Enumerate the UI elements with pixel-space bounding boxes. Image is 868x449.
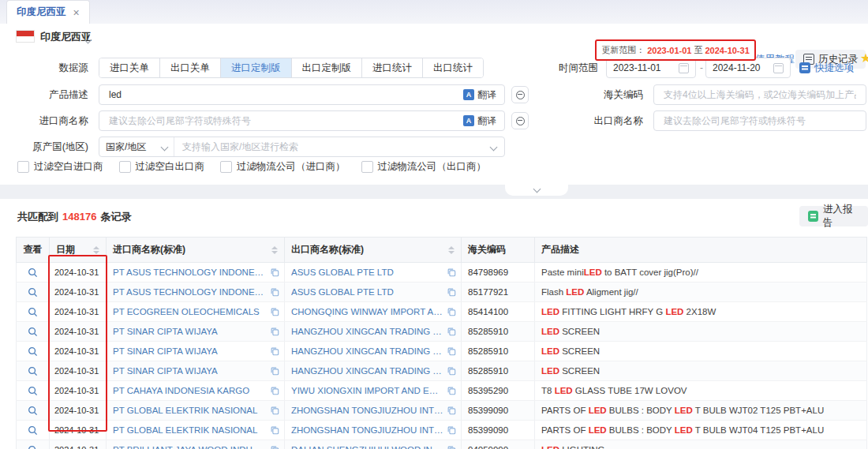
- header-exporter: 出口商名称(标准): [285, 238, 462, 263]
- importer-link[interactable]: PT CAHAYA INDONESIA KARGO: [113, 386, 267, 395]
- exporter-link[interactable]: ASUS GLOBAL PTE LTD: [291, 287, 443, 297]
- view-record-icon[interactable]: [28, 307, 38, 317]
- importer-link[interactable]: PT SINAR CIPTA WIJAYA: [113, 366, 267, 376]
- favorite-star-icon[interactable]: ★: [860, 52, 868, 65]
- checkbox-icon[interactable]: [220, 161, 232, 173]
- view-record-icon[interactable]: [28, 425, 38, 436]
- exporter-link[interactable]: HANGZHOU XINGCAN TRADING CO LTD: [291, 346, 443, 356]
- view-record-icon[interactable]: [28, 445, 38, 449]
- view-record-icon[interactable]: [28, 406, 38, 416]
- exporter-link[interactable]: ZHONGSHAN TONGJIUZHOU INTERNA...: [291, 425, 443, 435]
- results-summary: 共匹配到148176条记录: [17, 210, 131, 224]
- copy-icon[interactable]: [447, 445, 456, 449]
- importer-link[interactable]: PT ECOGREEN OLEOCHEMICALS: [113, 307, 267, 316]
- exporter-link[interactable]: HANGZHOU XINGCAN TRADING CO LTD: [291, 327, 443, 336]
- copy-icon[interactable]: [447, 425, 456, 435]
- copy-icon[interactable]: [447, 366, 456, 376]
- importer-link[interactable]: PT BRILLIANT JAYA WOOD INDUSTRY: [113, 445, 267, 449]
- exporter-link[interactable]: DALIAN SHENGZHIHUI WOOD INDUST...: [291, 445, 443, 449]
- filter-checkbox[interactable]: 过滤空白进口商: [17, 160, 103, 174]
- product-desc-cell: PARTS OF LED BULBS : BODY LED T BULB WJT…: [535, 401, 867, 421]
- copy-icon[interactable]: [447, 406, 456, 415]
- copy-icon[interactable]: [270, 366, 279, 376]
- importer-history-button[interactable]: [511, 112, 529, 129]
- copy-icon[interactable]: [270, 268, 279, 277]
- copy-icon[interactable]: [270, 307, 279, 316]
- header-date: 日期: [50, 238, 107, 263]
- sort-icon[interactable]: [271, 246, 278, 254]
- translate-button[interactable]: 翻译: [463, 88, 496, 102]
- data-source-option[interactable]: 进口定制版: [220, 58, 291, 77]
- view-record-icon[interactable]: [28, 287, 38, 297]
- chevron-down-icon[interactable]: [85, 34, 91, 45]
- data-source-option[interactable]: 进口关单: [99, 58, 159, 77]
- exporter-name-input[interactable]: [662, 114, 858, 127]
- date-cell: 2024-10-31: [50, 342, 107, 361]
- checkbox-icon[interactable]: [119, 161, 131, 173]
- exporter-link[interactable]: CHONGQING WINWAY IMPORT AND E...: [291, 307, 443, 316]
- filter-checkbox[interactable]: 过滤空白出口商: [119, 160, 205, 174]
- copy-icon[interactable]: [447, 268, 456, 277]
- origin-type-select[interactable]: 国家/地区: [99, 137, 174, 156]
- translate-icon: [463, 115, 474, 126]
- product-desc-cell: LED SCREEN: [535, 361, 867, 381]
- quick-options-link[interactable]: 快捷选项: [799, 58, 854, 78]
- copy-icon[interactable]: [447, 346, 456, 356]
- filter-checkbox[interactable]: 过滤物流公司（出口商）: [361, 160, 487, 174]
- sort-icon[interactable]: [448, 246, 455, 254]
- data-source-option[interactable]: 进口统计: [361, 58, 422, 77]
- close-icon[interactable]: ×: [73, 7, 80, 18]
- time-range-label: 时间范围: [511, 58, 598, 78]
- hs-code-input[interactable]: [662, 88, 858, 101]
- product-desc-history-button[interactable]: [511, 86, 529, 103]
- importer-link[interactable]: PT SINAR CIPTA WIJAYA: [113, 346, 267, 356]
- importer-link[interactable]: PT GLOBAL ELEKTRIK NASIONAL: [113, 425, 267, 435]
- view-record-icon[interactable]: [28, 386, 38, 396]
- sort-icon[interactable]: [93, 246, 99, 254]
- copy-icon[interactable]: [447, 307, 456, 316]
- copy-icon[interactable]: [270, 287, 279, 297]
- importer-link[interactable]: PT ASUS TECHNOLOGY INDONESIA BA...: [113, 268, 267, 277]
- collapse-form-button[interactable]: [505, 185, 568, 196]
- copy-icon[interactable]: [270, 346, 279, 356]
- table-row: 2024-10-31PT SINAR CIPTA WIJAYAHANGZHOU …: [17, 342, 867, 361]
- exporter-link[interactable]: ZHONGSHAN TONGJIUZHOU INTERNA...: [291, 406, 443, 415]
- product-desc-input[interactable]: [107, 88, 463, 101]
- results-prefix: 共匹配到: [17, 211, 58, 223]
- copy-icon[interactable]: [447, 287, 456, 297]
- exporter-link[interactable]: YIWU XIONGXIN IMPORT AND EXPORT...: [291, 386, 443, 395]
- origin-search-placeholder: 支持输入国家/地区进行检索: [182, 140, 298, 154]
- importer-link[interactable]: PT SINAR CIPTA WIJAYA: [113, 327, 267, 336]
- data-source-option[interactable]: 出口关单: [159, 58, 220, 77]
- data-source-option[interactable]: 出口定制版: [291, 58, 362, 77]
- copy-icon[interactable]: [447, 327, 456, 336]
- copy-icon[interactable]: [447, 386, 456, 395]
- view-record-icon[interactable]: [28, 366, 38, 376]
- view-record-icon[interactable]: [28, 327, 38, 337]
- importer-link[interactable]: PT ASUS TECHNOLOGY INDONESIA BA...: [113, 287, 267, 297]
- checkbox-icon[interactable]: [361, 161, 373, 173]
- hs-code-cell: 85399090: [462, 421, 535, 440]
- origin-search-input[interactable]: 支持输入国家/地区进行检索: [174, 140, 504, 154]
- copy-icon[interactable]: [270, 406, 279, 415]
- copy-icon[interactable]: [270, 327, 279, 336]
- translate-button[interactable]: 翻译: [463, 114, 496, 128]
- quick-options-label: 快捷选项: [814, 62, 854, 75]
- date-cell: 2024-10-31: [50, 302, 107, 322]
- copy-icon[interactable]: [270, 445, 279, 449]
- enter-report-button[interactable]: 进入报告: [799, 206, 868, 226]
- exporter-link[interactable]: ASUS GLOBAL PTE LTD: [291, 268, 443, 277]
- filter-checkbox[interactable]: 过滤物流公司（进口商）: [220, 160, 346, 174]
- copy-icon[interactable]: [270, 386, 279, 395]
- exporter-link[interactable]: HANGZHOU XINGCAN TRADING CO LTD: [291, 366, 443, 376]
- importer-link[interactable]: PT GLOBAL ELEKTRIK NASIONAL: [113, 406, 267, 415]
- tab-indonesia[interactable]: 印度尼西亚 ×: [6, 0, 90, 24]
- copy-icon[interactable]: [270, 425, 279, 435]
- checkbox-icon[interactable]: [17, 161, 29, 173]
- importer-name-input[interactable]: [107, 114, 463, 127]
- data-source-option[interactable]: 出口统计: [422, 58, 483, 77]
- table-row: 2024-10-31PT ASUS TECHNOLOGY INDONESIA B…: [17, 282, 867, 302]
- date-cell: 2024-10-31: [50, 401, 107, 421]
- view-record-icon[interactable]: [28, 346, 38, 357]
- view-record-icon[interactable]: [28, 268, 38, 278]
